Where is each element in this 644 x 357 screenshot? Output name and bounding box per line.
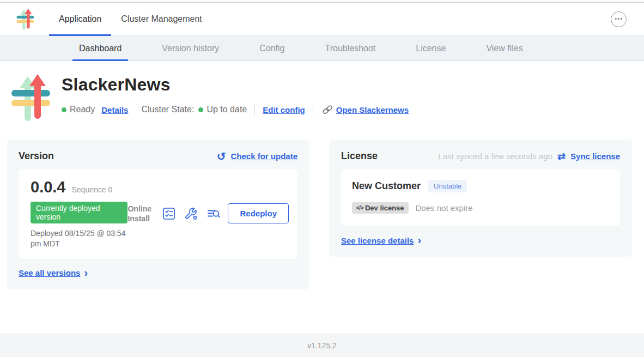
open-app-link[interactable]: Open Slackernews xyxy=(336,105,409,114)
header-tabs: Application Cluster Management xyxy=(49,3,212,35)
chevron-right-icon: › xyxy=(417,234,421,245)
edit-config-link[interactable]: Edit config xyxy=(263,105,305,114)
version-card-title: Version xyxy=(19,150,54,162)
code-icon: </> xyxy=(356,205,363,211)
see-all-versions-link[interactable]: See all versions xyxy=(19,268,80,277)
app-header: Application Cluster Management ••• xyxy=(0,3,644,36)
tab-cluster-management-label: Cluster Management xyxy=(121,14,202,24)
cluster-state-value: Up to date xyxy=(206,105,247,114)
app-logo-icon[interactable] xyxy=(16,8,35,30)
app-status-text: Ready xyxy=(70,105,95,114)
app-subnav: Dashboard Version history Config Trouble… xyxy=(0,36,644,61)
see-license-details-link[interactable]: See license details xyxy=(341,236,414,245)
tab-license-label: License xyxy=(416,44,446,53)
tab-cluster-management[interactable]: Cluster Management xyxy=(111,3,212,35)
dashboard-cards: Version ↺ Check for update 0.0.4 Sequenc… xyxy=(7,140,637,289)
deployed-timestamp: Deployed 08/15/25 @ 03:54 pm MDT xyxy=(31,228,127,249)
app-footer: v1.125.2 xyxy=(0,334,644,357)
current-version-panel: 0.0.4 Sequence 0 Currently deployed vers… xyxy=(19,170,297,259)
app-hero: SlackerNews Ready Details Cluster State:… xyxy=(0,61,644,122)
tab-view-files-label: View files xyxy=(486,44,523,53)
app-icon-large xyxy=(11,73,52,122)
tab-view-files[interactable]: View files xyxy=(479,36,529,60)
refresh-icon[interactable]: ↺ xyxy=(217,151,226,162)
page-title: SlackerNews xyxy=(62,75,409,95)
version-card: Version ↺ Check for update 0.0.4 Sequenc… xyxy=(7,140,309,289)
status-row: Ready Details Cluster State: Up to date … xyxy=(62,104,409,116)
sync-icon[interactable]: ⇄ xyxy=(557,152,566,161)
last-synced-text: Last synced a few seconds ago xyxy=(439,152,552,161)
tab-dashboard[interactable]: Dashboard xyxy=(72,36,128,60)
license-type-label: Dev license xyxy=(365,204,404,212)
details-link[interactable]: Details xyxy=(101,105,128,114)
overflow-menu-button[interactable]: ••• xyxy=(611,11,627,27)
sync-license-link[interactable]: Sync license xyxy=(570,152,620,161)
tab-config[interactable]: Config xyxy=(253,36,291,60)
divider xyxy=(313,104,313,116)
tab-troubleshoot-label: Troubleshoot xyxy=(325,44,375,53)
license-expiry: Does not expire xyxy=(416,203,473,213)
redeploy-button[interactable]: Redeploy xyxy=(228,203,289,223)
deploy-logs-icon[interactable] xyxy=(206,207,221,221)
cluster-state-dot xyxy=(198,107,203,112)
version-number: 0.0.4 xyxy=(31,178,66,196)
tab-version-history[interactable]: Version history xyxy=(155,36,226,60)
check-for-update-link[interactable]: Check for update xyxy=(230,152,297,161)
app-status-dot xyxy=(62,107,66,112)
cluster-state-label: Cluster State: xyxy=(141,105,194,114)
tab-config-label: Config xyxy=(259,44,284,53)
version-sequence: Sequence 0 xyxy=(72,185,113,194)
license-card: License Last synced a few seconds ago ⇄ … xyxy=(329,140,632,257)
tab-version-history-label: Version history xyxy=(162,44,219,53)
console-version: v1.125.2 xyxy=(307,341,337,350)
preflight-checklist-icon[interactable] xyxy=(162,207,176,221)
chevron-right-icon: › xyxy=(84,267,88,278)
license-type-badge: </> Dev license xyxy=(352,202,409,214)
install-type-label: Online Install xyxy=(127,204,154,223)
tab-dashboard-label: Dashboard xyxy=(79,44,121,53)
license-card-title: License xyxy=(341,150,378,162)
config-wrench-icon[interactable] xyxy=(184,207,198,221)
tab-application[interactable]: Application xyxy=(49,3,111,35)
chain-link-icon[interactable] xyxy=(322,104,333,115)
tab-application-label: Application xyxy=(59,14,101,24)
tab-license[interactable]: License xyxy=(409,36,452,60)
customer-name: New Customer xyxy=(352,180,421,192)
divider xyxy=(254,104,255,116)
tab-troubleshoot[interactable]: Troubleshoot xyxy=(318,36,382,60)
ellipsis-icon: ••• xyxy=(615,16,623,22)
deployed-version-badge: Currently deployed version xyxy=(31,202,127,223)
main-content: SlackerNews Ready Details Cluster State:… xyxy=(0,61,644,334)
channel-badge: Unstable xyxy=(428,180,467,192)
license-panel: New Customer Unstable </> Dev license Do… xyxy=(341,170,620,226)
